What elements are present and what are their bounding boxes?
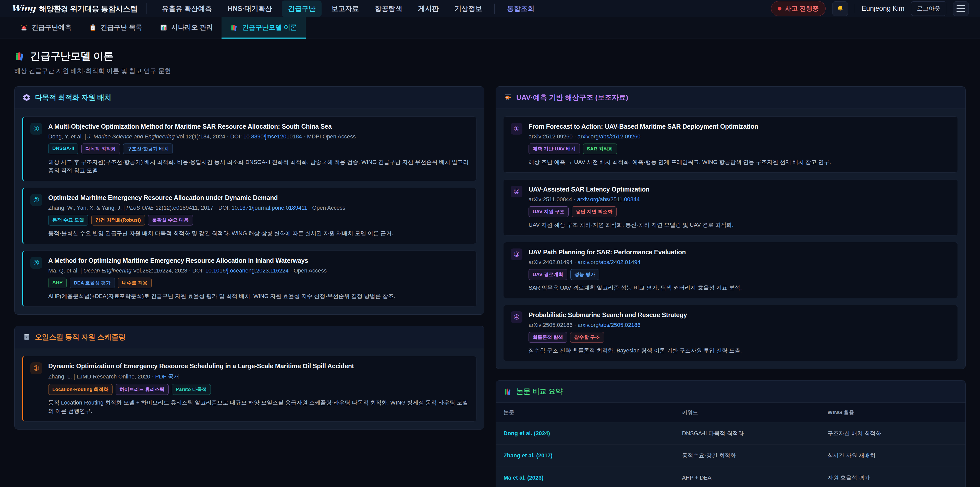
card-title: 논문 비교 요약 (516, 386, 563, 396)
paper-description: 동적 Location-Routing 최적화 모델 + 하이브리드 휴리스틱 … (48, 398, 469, 415)
paper-content: A Method for Optimizing Maritime Emergen… (48, 257, 395, 300)
paper-meta: arXiv:2402.01494 · arxiv.org/abs/2402.01… (528, 259, 742, 266)
paper-item: ② Optimized Maritime Emergency Resource … (22, 188, 476, 244)
card-comparison: 논문 비교 요약 논문 키워드 WING 활용 Dong et al. (202… (496, 380, 966, 487)
tab-label: 시나리오 관리 (171, 23, 213, 32)
page-header: 긴급구난모델 이론 (14, 49, 966, 63)
tag: 잠수함 구조 (570, 332, 604, 343)
paper-content: UAV Path Planning for SAR: Performance E… (528, 249, 742, 292)
arxiv-link[interactable]: arxiv.org/abs/2402.01494 (578, 259, 641, 265)
paper-title: Dynamic Optimization of Emergency Resour… (48, 362, 469, 370)
pdf-link[interactable]: PDF 공개 (155, 374, 179, 380)
tab-rescue-model-theory[interactable]: 긴급구난모델 이론 (221, 18, 305, 38)
paper-meta: Ma, Q. et al. | Ocean Engineering Vol.28… (48, 267, 395, 274)
meta-arxiv-id: arXiv:2402.01494 · (528, 259, 578, 265)
nav-weather[interactable]: 기상정보 (449, 0, 488, 17)
paper-number-badge: ② (30, 194, 42, 206)
doi-link[interactable]: 10.1371/journal.pone.0189411 (231, 204, 307, 211)
tag: 하이브리드 휴리스틱 (116, 384, 169, 395)
meta-access: · Open Access (307, 204, 345, 211)
meta-arxiv-id: arXiv:2505.02186 · (528, 322, 578, 328)
paper-title: UAV-Assisted SAR Latency Optimization (528, 186, 733, 193)
paper-link[interactable]: Dong et al. (2024) (496, 422, 674, 445)
tag: UAV 지원 구조 (528, 206, 569, 217)
paper-description: SAR 임무용 UAV 경로계획 알고리즘 성능 비교 평가. 탐색 커버리지·… (528, 283, 742, 292)
nav-emergency-rescue[interactable]: 긴급구난 (282, 0, 321, 17)
paper-number-badge: ③ (511, 249, 522, 260)
card-header: 오일스필 동적 자원 스케줄링 (14, 326, 484, 348)
doi-link[interactable]: 10.3390/jmse12010184 (243, 133, 302, 140)
tab-rescue-list[interactable]: 긴급구난 목록 (80, 18, 151, 38)
meta-arxiv-id: arXiv:2512.09260 · (528, 133, 578, 140)
column-header: WING 활용 (820, 403, 966, 422)
wing-usage-cell: 자원 효율성 평가 (820, 467, 966, 487)
paper-title: A Multi-Objective Optimization Method fo… (48, 123, 469, 130)
meta-volume: Vol.282:116224, 2023 · DOI: (131, 267, 205, 274)
nav-board[interactable]: 게시판 (412, 0, 445, 17)
tag-row: DNSGA-II 다목적 최적화 구조선·항공기 배치 (48, 144, 469, 154)
paper-content: UAV-Assisted SAR Latency Optimization ar… (528, 186, 733, 229)
sub-tabbar: 긴급구난예측 긴급구난 목록 시나리오 관리 긴급구난모델 이론 (0, 18, 980, 39)
paper-link[interactable]: Zhang et al. (2017) (496, 445, 674, 467)
tag: DNSGA-II (48, 144, 78, 154)
nav-reports[interactable]: 보고자료 (325, 0, 365, 17)
paper-meta: Dong, Y. et al. | J. Marine Science and … (48, 133, 469, 140)
incident-badge-label: 사고 진행중 (785, 4, 819, 13)
bell-icon (836, 5, 844, 13)
books-icon (504, 387, 512, 396)
nav-oil-spill-forecast[interactable]: 유출유 확산예측 (156, 0, 218, 17)
arxiv-link[interactable]: arxiv.org/abs/2511.00844 (577, 196, 640, 203)
paper-meta: Zhang, W., Yan, X. & Yang, J. | PLoS ONE… (48, 204, 393, 211)
app-title: 해양환경 위기대응 통합시스템 (39, 4, 138, 14)
arxiv-link[interactable]: arxiv.org/abs/2505.02186 (578, 322, 641, 328)
paper-title: A Method for Optimizing Maritime Emergen… (48, 257, 395, 264)
paper-meta: Zhang, L. | LJMU Research Online, 2020 ·… (48, 373, 469, 380)
card-uav: UAV·예측 기반 해상구조 (보조자료) ① From Forecast to… (496, 86, 966, 369)
tab-scenario-management[interactable]: 시나리오 관리 (151, 18, 221, 38)
card-header: UAV·예측 기반 해상구조 (보조자료) (496, 86, 966, 109)
meta-authors: Ma, Q. et al. | (48, 267, 83, 274)
tag: UAV 경로계획 (528, 269, 567, 280)
meta-authors: Dong, Y. et al. | (48, 133, 88, 140)
meta-authors: Zhang, W., Yan, X. & Yang, J. | (48, 204, 126, 211)
tag: 강건 최적화(Robust) (91, 215, 145, 225)
card-body: ① A Multi-Objective Optimization Method … (14, 109, 484, 315)
paper-description: AHP(계층분석법)+DEA(자료포락분석)로 긴급구난 자원 효율성 평가 및… (48, 292, 395, 300)
paper-content: Optimized Maritime Emergency Resource Al… (48, 194, 393, 238)
paper-title: UAV Path Planning for SAR: Performance E… (528, 249, 742, 256)
paper-number-badge: ② (511, 186, 522, 197)
arxiv-link[interactable]: arxiv.org/abs/2512.09260 (578, 133, 641, 140)
tag: 구조선·항공기 배치 (123, 144, 173, 154)
keyword-cell: AHP + DEA (674, 467, 820, 487)
tab-rescue-forecast[interactable]: 긴급구난예측 (11, 18, 80, 38)
column-header: 키워드 (674, 403, 820, 422)
meta-authors: Zhang, L. | LJMU Research Online, 2020 · (48, 374, 155, 380)
paper-item: ④ Probabilistic Submarine Search and Res… (504, 305, 958, 361)
column-header: 논문 (496, 403, 674, 422)
nav-aerial-search[interactable]: 항공탐색 (369, 0, 408, 17)
notifications-button[interactable] (832, 1, 848, 16)
paper-number-badge: ④ (511, 311, 522, 323)
meta-arxiv-id: arXiv:2511.00844 · (528, 196, 577, 203)
logout-button[interactable]: 로그아웃 (911, 1, 946, 16)
paper-item: ③ A Method for Optimizing Maritime Emerg… (22, 251, 476, 307)
doi-link[interactable]: 10.1016/j.oceaneng.2023.116224 (205, 267, 289, 274)
tag-row: UAV 지원 구조 응답 지연 최소화 (528, 206, 733, 217)
nav-integrated-search[interactable]: 통합조회 (501, 0, 541, 17)
main-nav: 유출유 확산예측 HNS·대기확산 긴급구난 보고자료 항공탐색 게시판 기상정… (156, 0, 762, 17)
helicopter-icon (504, 93, 512, 102)
paper-link[interactable]: Ma et al. (2023) (496, 467, 674, 487)
menu-button[interactable] (953, 1, 969, 16)
comparison-table: 논문 키워드 WING 활용 Dong et al. (2024) DNSGA-… (496, 403, 966, 487)
paper-content: Dynamic Optimization of Emergency Resour… (48, 362, 469, 415)
tag-row: Location-Routing 최적화 하이브리드 휴리스틱 Pareto 다… (48, 384, 469, 395)
nav-hns-diffusion[interactable]: HNS·대기확산 (221, 0, 278, 17)
tag: 내수로 적용 (118, 278, 151, 288)
paper-description: UAV 지원 해상 구조 처리·지연 최적화. 통신·처리 지연 모델링 및 U… (528, 220, 733, 229)
tag-row: UAV 경로계획 성능 평가 (528, 269, 742, 280)
tag-row: AHP DEA 효율성 평가 내수로 적용 (48, 278, 395, 288)
clipboard-icon (89, 24, 97, 32)
tag: Pareto 다목적 (172, 384, 211, 395)
incident-status-badge[interactable]: 사고 진행중 (771, 1, 826, 16)
paper-item: ③ UAV Path Planning for SAR: Performance… (504, 242, 958, 298)
